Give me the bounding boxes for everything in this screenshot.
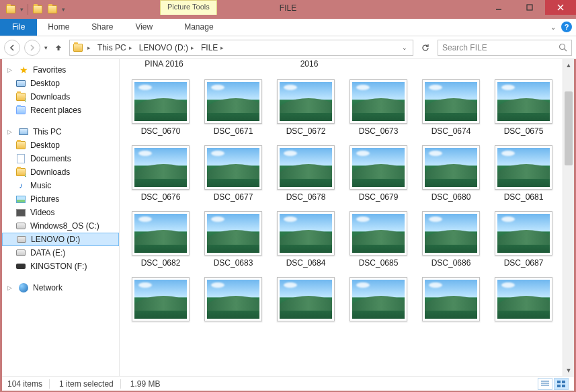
help-button[interactable]: ?: [561, 22, 572, 32]
nav-pc-desktop[interactable]: Desktop: [2, 139, 119, 152]
star-icon: ★: [18, 65, 29, 75]
file-tile[interactable]: DSC_0681: [488, 143, 559, 204]
file-tile[interactable]: DSC_0672: [270, 77, 341, 139]
desktop-icon: [15, 78, 26, 89]
history-dropdown[interactable]: ▾: [44, 44, 48, 51]
scroll-down-button[interactable]: ▼: [563, 364, 574, 376]
nav-pictures[interactable]: Pictures: [2, 192, 119, 206]
drive-icon: [16, 234, 27, 245]
scrollbar[interactable]: ▲ ▼: [563, 59, 574, 376]
details-view-button[interactable]: [538, 378, 552, 390]
nav-drive-d[interactable]: LENOVO (D:): [2, 233, 119, 246]
qat-overflow[interactable]: ▾: [62, 6, 65, 13]
file-tile[interactable]: [125, 274, 196, 324]
svg-rect-1: [527, 5, 532, 10]
tab-manage[interactable]: Manage: [173, 19, 224, 36]
file-tile[interactable]: DSC_0679: [343, 143, 414, 204]
file-tile[interactable]: DSC_0687: [488, 208, 559, 270]
ribbon-collapse-icon[interactable]: ⌄: [550, 24, 556, 31]
thumbnail: [204, 145, 262, 190]
file-tab[interactable]: File: [0, 19, 37, 36]
file-tile[interactable]: DSC_0686: [415, 208, 487, 270]
forward-button[interactable]: [24, 40, 40, 56]
file-tile[interactable]: [343, 274, 414, 324]
thispc-header[interactable]: ▷This PC: [2, 125, 119, 139]
nav-pc-downloads[interactable]: Downloads: [2, 165, 119, 179]
crumb-thispc[interactable]: This PC▸: [95, 43, 135, 52]
nav-videos[interactable]: Videos: [2, 206, 119, 219]
file-tile[interactable]: DSC_0680: [415, 143, 487, 204]
nav-documents[interactable]: Documents: [2, 152, 119, 165]
nav-music[interactable]: ♪Music: [2, 179, 119, 192]
app-icon: [5, 4, 16, 15]
window-title: FILE: [280, 3, 296, 13]
thumbnail: [495, 277, 552, 321]
favorites-header[interactable]: ▷★Favorites: [2, 63, 119, 77]
file-tile[interactable]: [415, 274, 487, 324]
maximize-button[interactable]: [514, 0, 545, 15]
thumbnail: [422, 277, 480, 321]
file-tile[interactable]: DSC_0682: [125, 208, 196, 270]
back-button[interactable]: [4, 40, 20, 56]
file-tile[interactable]: DSC_0677: [198, 143, 269, 204]
svg-rect-9: [557, 381, 561, 383]
file-label: DSC_0682: [141, 258, 181, 268]
nav-drive-e[interactable]: DATA (E:): [2, 246, 119, 260]
music-icon: ♪: [15, 180, 26, 191]
videos-icon: [15, 207, 26, 218]
address-dropdown[interactable]: ⌄: [399, 44, 410, 51]
search-box[interactable]: [438, 40, 572, 56]
thumbnail: [349, 211, 407, 256]
file-label: DSC_0676: [141, 192, 181, 202]
nav-drive-f[interactable]: KINGSTON (F:): [2, 260, 119, 273]
contextual-tab-label: Picture Tools: [160, 0, 217, 15]
close-button[interactable]: [545, 0, 576, 15]
refresh-button[interactable]: [417, 40, 434, 55]
scroll-thumb[interactable]: [565, 91, 573, 165]
crumb-folder[interactable]: FILE▸: [198, 43, 227, 52]
thumbnails-view-button[interactable]: [554, 378, 569, 390]
scroll-up-button[interactable]: ▲: [563, 59, 574, 71]
file-tile[interactable]: DSC_0674: [415, 77, 487, 139]
svg-point-4: [560, 44, 565, 50]
file-tile[interactable]: DSC_0684: [270, 208, 341, 270]
selection-size: 1.99 MB: [130, 379, 161, 389]
file-tile[interactable]: DSC_0678: [270, 143, 341, 204]
file-tile[interactable]: [198, 274, 269, 324]
network-header[interactable]: ▷Network: [2, 281, 119, 295]
file-tile[interactable]: DSC_0685: [343, 208, 414, 270]
address-bar[interactable]: ▸ This PC▸ LENOVO (D:)▸ FILE▸ ⌄: [69, 40, 413, 56]
nav-recent[interactable]: Recent places: [2, 104, 119, 117]
tab-share[interactable]: Share: [81, 19, 124, 36]
new-folder-icon[interactable]: [47, 4, 58, 15]
tab-home[interactable]: Home: [37, 19, 81, 36]
tab-view[interactable]: View: [124, 19, 164, 36]
file-tile[interactable]: DSC_0676: [125, 143, 196, 204]
thumbnail: [277, 277, 335, 321]
file-tile[interactable]: DSC_0670: [125, 77, 196, 139]
quick-access-toolbar: ▾ ▾: [0, 4, 65, 15]
file-tile[interactable]: [488, 274, 559, 324]
search-input[interactable]: [442, 43, 559, 52]
file-list[interactable]: PINA 2016 2016 DSC_0670DSC_0671DSC_0672D…: [120, 59, 574, 376]
up-button[interactable]: [52, 41, 65, 54]
nav-downloads[interactable]: Downloads: [2, 90, 119, 104]
file-tile[interactable]: DSC_0675: [488, 77, 559, 139]
file-label: DSC_0683: [214, 258, 253, 268]
file-tile[interactable]: DSC_0673: [343, 77, 414, 139]
nav-desktop[interactable]: Desktop: [2, 77, 119, 90]
file-tile[interactable]: [270, 274, 341, 324]
file-tile[interactable]: DSC_0671: [198, 77, 269, 139]
minimize-button[interactable]: [483, 0, 514, 15]
crumb-drive[interactable]: LENOVO (D:)▸: [136, 43, 197, 52]
partial-row: PINA 2016 2016: [120, 59, 574, 70]
nav-drive-c[interactable]: Windows8_OS (C:): [2, 219, 119, 233]
thumbnail: [204, 277, 262, 321]
selection-count: 1 item selected: [59, 379, 121, 389]
file-label: DSC_0685: [359, 258, 399, 268]
qat-dropdown[interactable]: ▾: [20, 6, 24, 13]
properties-icon[interactable]: [32, 4, 43, 15]
file-tile[interactable]: DSC_0683: [198, 208, 269, 270]
file-label: DSC_0679: [359, 192, 399, 202]
thumbnail: [277, 145, 335, 190]
